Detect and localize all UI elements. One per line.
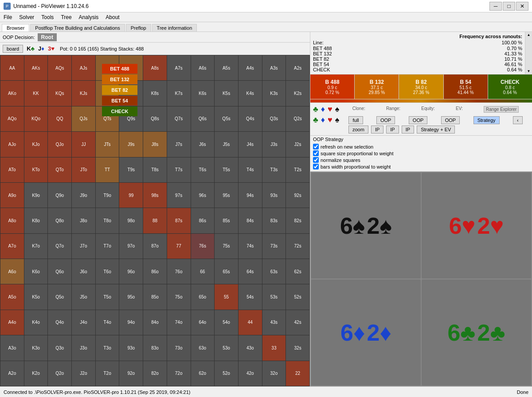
matrix-cell[interactable]: Q5s (215, 106, 239, 131)
matrix-cell[interactable]: 85o (143, 284, 167, 310)
matrix-cell[interactable]: T8s (143, 157, 167, 182)
freq-scrollbar[interactable]: ▲ ▼ (525, 32, 532, 74)
matrix-cell[interactable]: 52o (215, 361, 239, 386)
matrix-cell[interactable]: K2s (286, 81, 310, 106)
matrix-cell[interactable]: JJ (72, 132, 96, 157)
matrix-cell[interactable]: TT (95, 157, 119, 182)
root-button[interactable]: Root (38, 33, 57, 41)
matrix-cell[interactable]: T8o (95, 208, 119, 233)
menu-tools[interactable]: Tools (38, 13, 57, 21)
matrix-cell[interactable]: 72o (167, 361, 191, 386)
matrix-cell[interactable]: 96s (191, 182, 215, 208)
matrix-cell[interactable]: 32s (286, 335, 310, 361)
matrix-cell[interactable]: T4s (238, 157, 262, 182)
matrix-cell[interactable]: K6s (191, 81, 215, 106)
chevron-button[interactable]: ‹ (513, 116, 523, 124)
matrix-cell[interactable]: QJs (72, 106, 96, 131)
ip1-button[interactable]: IP (371, 126, 383, 134)
matrix-cell[interactable]: 42s (286, 310, 310, 335)
ip3-button[interactable]: IP (402, 126, 414, 134)
matrix-cell[interactable]: T2o (95, 361, 119, 386)
oop1-button[interactable]: OOP (376, 116, 395, 124)
matrix-cell[interactable]: K5o (24, 284, 48, 310)
board-cell-0[interactable]: 6♠2♠ (311, 173, 421, 279)
matrix-cell[interactable]: QTo (48, 157, 72, 182)
matrix-cell[interactable]: 63o (191, 335, 215, 361)
matrix-cell[interactable]: 85s (215, 208, 239, 233)
matrix-cell[interactable]: 73o (167, 335, 191, 361)
suit-diamond-top[interactable]: ♦ (321, 105, 325, 114)
matrix-cell[interactable]: 52s (286, 284, 310, 310)
matrix-cell[interactable]: ATo (0, 157, 24, 182)
suit-diamond-bot[interactable]: ♦ (321, 115, 325, 125)
matrix-cell[interactable]: 99 (119, 182, 143, 208)
matrix-cell[interactable]: 53s (262, 284, 286, 310)
matrix-cell[interactable]: KJs (72, 81, 96, 106)
matrix-cell[interactable]: J6s (191, 132, 215, 157)
matrix-cell[interactable]: 32o (262, 361, 286, 386)
matrix-cell[interactable]: T6o (95, 259, 119, 284)
matrix-cell[interactable]: Q5o (48, 284, 72, 310)
bet54-button[interactable]: BET 54 (102, 96, 137, 106)
matrix-cell[interactable]: A9o (0, 182, 24, 208)
matrix-cell[interactable]: 64o (191, 310, 215, 335)
suit-spade-top[interactable]: ♠ (335, 105, 340, 114)
matrix-cell[interactable]: 44 (238, 310, 262, 335)
matrix-cell[interactable]: Q3o (48, 335, 72, 361)
matrix-cell[interactable]: Q4s (238, 106, 262, 131)
matrix-cell[interactable]: J6o (72, 259, 96, 284)
matrix-cell[interactable]: 55 (215, 284, 239, 310)
matrix-cell[interactable]: 75o (167, 284, 191, 310)
matrix-cell[interactable]: T5o (95, 284, 119, 310)
matrix-cell[interactable]: K3s (262, 81, 286, 106)
matrix-cell[interactable]: T3o (95, 335, 119, 361)
matrix-cell[interactable]: K6o (24, 259, 48, 284)
matrix-cell[interactable]: 72s (286, 233, 310, 259)
checkbox-input-cb1[interactable] (313, 144, 319, 149)
matrix-cell[interactable]: A2o (0, 361, 24, 386)
matrix-cell[interactable]: K3o (24, 335, 48, 361)
matrix-cell[interactable]: K8s (143, 81, 167, 106)
bet488-button[interactable]: BET 488 (102, 64, 137, 74)
matrix-cell[interactable]: Q7o (48, 233, 72, 259)
matrix-cell[interactable]: 88 (143, 208, 167, 233)
bet132-button[interactable]: BET 132 (102, 75, 137, 84)
matrix-cell[interactable]: 94s (238, 182, 262, 208)
matrix-cell[interactable]: 87o (143, 233, 167, 259)
matrix-cell[interactable]: AA (0, 55, 24, 81)
menu-tree[interactable]: Tree (57, 13, 75, 21)
summary-card-b488[interactable]: B 488 0.9 c 0.72 % (310, 75, 355, 99)
matrix-cell[interactable]: 97o (119, 233, 143, 259)
tab-postflop[interactable]: Postflop Tree Building and Calculations (30, 24, 125, 31)
menu-file[interactable]: File (0, 13, 16, 21)
matrix-cell[interactable]: AJo (0, 132, 24, 157)
matrix-cell[interactable]: T7o (95, 233, 119, 259)
strategy-button[interactable]: Strategy (473, 116, 500, 124)
matrix-cell[interactable]: J3s (262, 132, 286, 157)
matrix-cell[interactable]: 92o (119, 361, 143, 386)
matrix-cell[interactable]: T6s (191, 157, 215, 182)
matrix-cell[interactable]: 93s (262, 182, 286, 208)
strategy-ev-button[interactable]: Strategy + EV (417, 126, 455, 134)
matrix-cell[interactable]: A7s (167, 55, 191, 81)
oop2-button[interactable]: OOP (409, 116, 427, 124)
matrix-cell[interactable]: 93o (119, 335, 143, 361)
matrix-cell[interactable]: Q4o (48, 310, 72, 335)
matrix-cell[interactable]: 98s (143, 182, 167, 208)
matrix-cell[interactable]: 77 (167, 233, 191, 259)
oop3-button[interactable]: OOP (441, 116, 460, 124)
suit-club-bot[interactable]: ♣ (313, 115, 318, 125)
matrix-cell[interactable]: AJs (72, 55, 96, 81)
matrix-cell[interactable]: A5s (215, 55, 239, 81)
matrix-cell[interactable]: KTo (24, 157, 48, 182)
matrix-cell[interactable]: J9o (72, 182, 96, 208)
matrix-cell[interactable]: 74o (167, 310, 191, 335)
matrix-cell[interactable]: KQo (24, 106, 48, 131)
matrix-cell[interactable]: 54s (238, 284, 262, 310)
matrix-cell[interactable]: 43s (262, 310, 286, 335)
matrix-cell[interactable]: 83s (262, 208, 286, 233)
matrix-cell[interactable]: 84o (143, 310, 167, 335)
matrix-cell[interactable]: AQo (0, 106, 24, 131)
matrix-cell[interactable]: JTo (72, 157, 96, 182)
matrix-cell[interactable]: KJo (24, 132, 48, 157)
